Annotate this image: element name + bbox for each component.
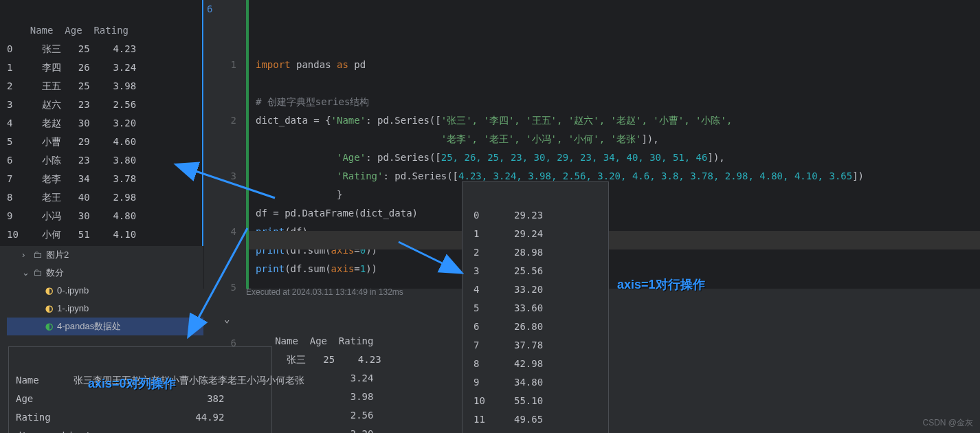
current-line-highlight	[249, 231, 980, 249]
cell-marker: 6	[207, 0, 212, 19]
code-editor[interactable]: import pandas as pd # 创建字典型series结构 dict…	[246, 0, 980, 289]
chevron-down-icon: ⌄	[22, 264, 29, 282]
axis1-line: 4 33.20	[474, 284, 543, 295]
axis1-line: 9 34.80	[474, 377, 543, 388]
tree-folder-pics[interactable]: ›🗀图片2	[7, 246, 203, 264]
df-row: 0 张三 25 4.23	[7, 43, 136, 54]
annotation-axis1: axis=1对行操作	[617, 276, 705, 293]
axis1-line: 7 37.78	[474, 340, 543, 351]
tree-label: 1-.ipynb	[57, 300, 89, 318]
axis0-line: Rating 44.92	[16, 412, 224, 423]
axis1-line: 3 25.56	[474, 265, 543, 276]
chevron-right-icon: ›	[22, 246, 29, 264]
df-row: 5 小曹 29 4.60	[7, 136, 136, 147]
watermark: CSDN @金灰	[922, 417, 973, 429]
axis1-line: 11 49.65	[474, 414, 543, 425]
line-number: 5	[204, 278, 236, 297]
axis1-line: 8 42.98	[474, 358, 543, 369]
axis0-line: Age 382	[16, 393, 224, 404]
folder-icon: 🗀	[33, 246, 42, 264]
tree-label: 0-.ipynb	[57, 282, 89, 300]
line-gutter[interactable]: 6 1 2 3 4 5 6 7 8 9 10 11 12 13 14 15	[203, 0, 246, 289]
annotation-axis0: axis=0对列操作	[88, 375, 176, 392]
folder-icon: 🗀	[33, 264, 42, 282]
dataframe-output-panel: Name Age Rating 0 张三 25 4.23 1 李四 26 3.2…	[0, 0, 203, 247]
axis1-line: 10 55.10	[474, 395, 543, 406]
execution-status: Executed at 2024.03.11 13:14:49 in 132ms	[246, 287, 403, 297]
df-row: 9 小冯 30 4.80	[7, 210, 136, 221]
df-row: 7 老李 34 3.78	[7, 173, 136, 184]
df-row: 3 赵六 23 2.56	[7, 99, 136, 110]
line-number: 1	[204, 56, 236, 74]
file-tree[interactable]: ›🗀图片2 ⌄🗀数分 ◐0-.ipynb ◐1-.ipynb ◐4-pandas…	[0, 246, 203, 335]
tree-label: 4-pandas数据处	[57, 318, 121, 335]
line-number: 3	[204, 167, 236, 186]
df-row: 2 王五 25 3.98	[7, 80, 136, 91]
tree-label: 图片2	[46, 246, 69, 264]
notebook-icon: ◐	[45, 300, 53, 318]
axis1-line: 2 28.98	[474, 247, 543, 258]
line-number: 4	[204, 223, 236, 241]
axis1-result-box: 0 29.23 1 29.24 2 28.98 3 25.56 4 33.20 …	[462, 181, 609, 433]
tree-file[interactable]: ◐1-.ipynb	[7, 300, 203, 318]
df-row: 8 老王 40 2.98	[7, 192, 136, 203]
df-row: 6 小陈 23 3.80	[7, 155, 136, 166]
notebook-icon: ◐	[45, 282, 53, 300]
axis1-line: 1 29.24	[474, 228, 543, 239]
tree-folder-math[interactable]: ⌄🗀数分	[7, 264, 203, 282]
axis1-line: 0 29.23	[474, 210, 543, 221]
tree-file-active[interactable]: ◐4-pandas数据处	[7, 318, 203, 335]
tree-file[interactable]: ◐0-.ipynb	[7, 282, 203, 300]
axis1-line: 6 26.80	[474, 321, 543, 332]
line-number: 2	[204, 111, 236, 130]
collapse-output-icon[interactable]: ⌄	[224, 313, 230, 324]
axis1-line: 5 33.60	[474, 302, 543, 313]
df-row: 4 老赵 30 3.20	[7, 118, 136, 129]
tree-label: 数分	[46, 264, 64, 282]
df-row: 1 李四 26 3.24	[7, 62, 136, 73]
notebook-icon: ◐	[45, 318, 53, 335]
axis0-line: dtype: object	[16, 430, 91, 433]
df-row: 10 小何 51 4.10	[7, 229, 136, 240]
df-header: Name Age Rating	[7, 25, 129, 36]
